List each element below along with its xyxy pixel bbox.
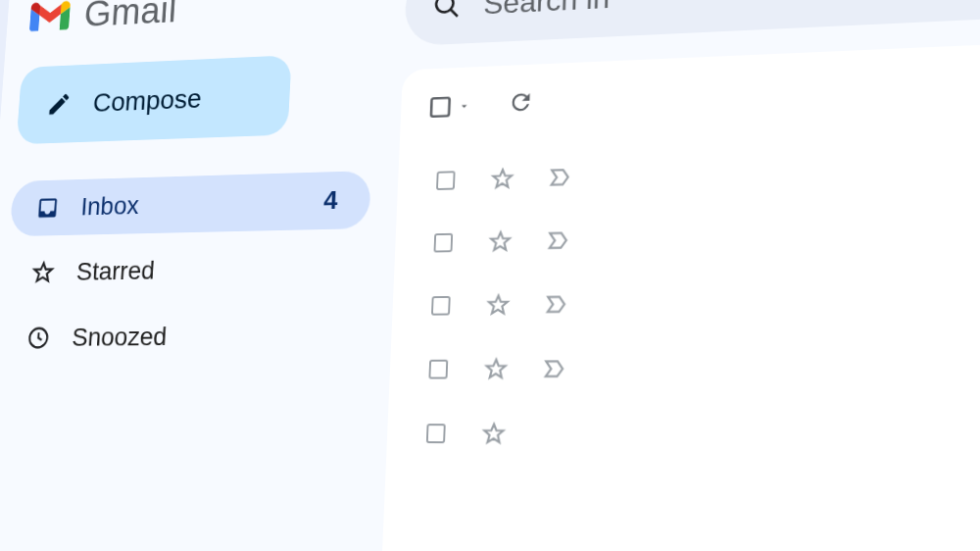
svg-rect-8	[429, 361, 447, 378]
select-all-control[interactable]	[428, 94, 471, 120]
refresh-button[interactable]	[508, 88, 535, 120]
list-toolbar	[428, 63, 980, 123]
checkbox-icon[interactable]	[424, 422, 448, 445]
clock-icon	[25, 325, 51, 350]
caret-down-icon	[458, 99, 471, 113]
svg-rect-9	[427, 425, 445, 442]
message-list-panel	[376, 34, 980, 551]
star-icon[interactable]	[490, 167, 515, 192]
svg-rect-6	[434, 234, 452, 252]
svg-rect-5	[437, 172, 455, 189]
checkbox-icon[interactable]	[426, 358, 450, 381]
folder-inbox-label: Inbox	[80, 186, 302, 222]
star-icon[interactable]	[485, 292, 511, 318]
gmail-logo-icon	[29, 0, 71, 34]
star-icon[interactable]	[483, 356, 509, 381]
message-row[interactable]	[416, 331, 980, 402]
importance-icon[interactable]	[542, 356, 567, 381]
brand-name: Gmail	[83, 0, 178, 35]
importance-icon[interactable]	[548, 165, 573, 190]
search-box[interactable]: Search in	[404, 0, 980, 46]
folder-snoozed-label: Snoozed	[71, 321, 337, 353]
refresh-icon	[508, 88, 535, 116]
compose-label: Compose	[92, 83, 203, 118]
folder-snoozed[interactable]: Snoozed	[0, 306, 366, 367]
importance-icon[interactable]	[546, 227, 571, 253]
folder-starred-label: Starred	[75, 252, 340, 286]
star-icon	[30, 260, 56, 285]
brand[interactable]: Gmail	[28, 0, 379, 38]
folder-inbox[interactable]: Inbox 4	[10, 171, 371, 236]
checkbox-icon[interactable]	[434, 169, 457, 192]
star-icon[interactable]	[481, 421, 507, 446]
svg-rect-4	[431, 98, 450, 117]
svg-rect-7	[432, 297, 450, 315]
folder-inbox-count: 4	[322, 185, 343, 216]
compose-button[interactable]: Compose	[16, 55, 291, 144]
message-row[interactable]	[424, 125, 980, 212]
message-row[interactable]	[419, 262, 980, 337]
inbox-icon	[35, 195, 61, 221]
message-row[interactable]	[414, 401, 980, 473]
checkbox-icon[interactable]	[432, 231, 456, 255]
main-area: Search in	[368, 0, 980, 551]
checkbox-icon[interactable]	[429, 294, 453, 318]
search-icon	[432, 0, 463, 22]
checkbox-icon	[428, 95, 453, 120]
folder-starred[interactable]: Starred	[5, 238, 368, 302]
importance-icon[interactable]	[544, 291, 569, 317]
star-icon[interactable]	[488, 229, 514, 255]
search-placeholder: Search in	[483, 0, 611, 21]
sidebar: Gmail Compose Inbox 4 Starred	[0, 0, 401, 551]
pencil-icon	[46, 90, 73, 118]
